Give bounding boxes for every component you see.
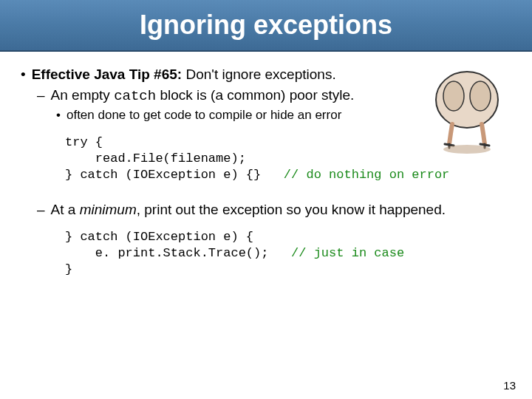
dash1-a: An empty [51, 87, 115, 103]
code2-l2a: e. print.Stack.Trace(); [65, 246, 291, 260]
code2-l1: } catch (IOException e) { [65, 230, 253, 244]
dash2-italic: minimum [80, 202, 137, 217]
code1-comment: // do nothing on error [284, 168, 449, 182]
dash1-text: An empty catch block is (a common) poor … [51, 86, 355, 106]
dash-icon: – [37, 86, 45, 105]
tip-text: Don't ignore exceptions. [182, 66, 336, 82]
code1-l2: read.File(filename); [65, 151, 246, 166]
code1-l1: try { [65, 135, 103, 149]
code2-comment: // just in case [291, 246, 404, 260]
code1-l3a: } catch (IOException e) {} [65, 168, 284, 182]
bullet-main-text: Effective Java Tip #65: Don't ignore exc… [32, 65, 336, 84]
sub1-text: often done to get code to compile or hid… [66, 107, 341, 124]
dash2-a: At a [51, 202, 80, 217]
code-block-2: } catch (IOException e) { e. print.Stack… [65, 229, 511, 278]
bullet-dot-icon: • [21, 65, 26, 84]
svg-point-3 [443, 145, 491, 154]
title-bar: Ignoring exceptions [0, 0, 532, 52]
dash2-text: At a minimum, print out the exception so… [51, 200, 446, 219]
dash1-code: catch [114, 88, 156, 104]
page-number: 13 [503, 379, 516, 392]
ostrich-icon [415, 59, 519, 163]
dash2-b: , print out the exception so you know it… [137, 202, 446, 217]
code2-l3: } [65, 262, 72, 276]
sub-bullet-icon: • [56, 107, 61, 124]
slide-title: Ignoring exceptions [140, 10, 392, 41]
dash-item-2: – At a minimum, print out the exception … [21, 200, 511, 219]
svg-point-2 [470, 81, 491, 111]
svg-point-1 [443, 81, 464, 111]
dash1-b: block is (a common) poor style. [156, 87, 354, 103]
dash-icon: – [37, 200, 45, 219]
tip-label: Effective Java Tip #65: [32, 66, 182, 82]
